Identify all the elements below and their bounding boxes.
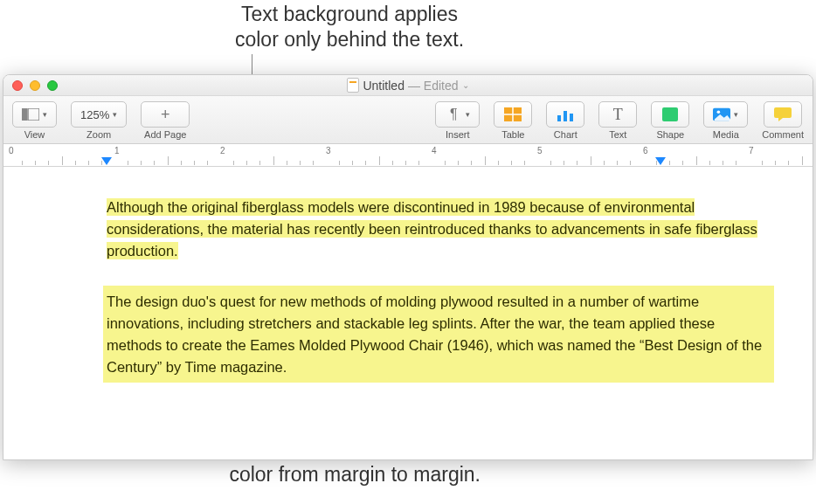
- left-indent-marker[interactable]: [101, 157, 112, 165]
- ruler[interactable]: 01234567: [3, 144, 813, 167]
- ruler-number: 4: [432, 146, 437, 155]
- fullscreen-window-button[interactable]: [47, 80, 58, 91]
- ruler-number: 6: [643, 146, 648, 155]
- toolbar-shape-group: Shape: [651, 101, 689, 140]
- plus-icon: +: [161, 106, 170, 124]
- chart-label: Chart: [554, 129, 577, 140]
- toolbar-chart-group: Chart: [546, 101, 584, 140]
- right-indent-marker[interactable]: [655, 157, 666, 165]
- add-page-label: Add Page: [144, 129, 186, 140]
- titlebar: Untitled — Edited ⌄: [3, 75, 813, 96]
- window-controls: [12, 80, 58, 91]
- toolbar-text-group: T Text: [598, 101, 637, 140]
- callout-top-line1: Text background applies: [175, 2, 524, 27]
- document-body[interactable]: Although the original fiberglass models …: [3, 167, 813, 459]
- shape-icon: [661, 107, 679, 122]
- comment-label: Comment: [762, 129, 804, 140]
- media-icon: [713, 107, 730, 122]
- document-status: — Edited: [408, 79, 459, 93]
- chevron-down-icon: ▾: [734, 110, 738, 119]
- svg-rect-1: [28, 108, 39, 121]
- view-label: View: [24, 129, 45, 140]
- zoom-label: Zoom: [86, 129, 111, 140]
- document-title[interactable]: Untitled — Edited ⌄: [3, 78, 813, 93]
- chart-button[interactable]: [546, 101, 584, 128]
- paragraph1-text: Although the original fiberglass models …: [107, 198, 757, 259]
- toolbar-insert-group: ¶ ▾ Insert: [435, 101, 480, 140]
- ruler-number: 3: [326, 146, 331, 155]
- shape-button[interactable]: [651, 101, 689, 128]
- paragraph-icon: ¶: [445, 107, 462, 122]
- insert-button[interactable]: ¶ ▾: [435, 101, 480, 128]
- shape-label: Shape: [656, 129, 684, 140]
- ruler-number: 1: [114, 146, 120, 155]
- chevron-down-icon: ▾: [113, 110, 117, 119]
- chart-icon: [557, 107, 574, 122]
- app-window: Untitled — Edited ⌄ ▾ View 125% ▾ Zoom: [3, 74, 813, 460]
- text-button[interactable]: T: [598, 101, 637, 128]
- svg-rect-5: [557, 115, 561, 121]
- paragraph-block-highlight[interactable]: The design duo's quest for new methods o…: [103, 286, 774, 383]
- toolbar-media-group: ▾ Media: [703, 101, 748, 140]
- toolbar-view-group: ▾ View: [12, 101, 57, 140]
- chevron-down-icon: ⌄: [462, 80, 469, 90]
- ruler-number: 2: [220, 146, 225, 155]
- toolbar: ▾ View 125% ▾ Zoom + Add Page ¶ ▾ Insert: [3, 96, 813, 144]
- chevron-down-icon: ▾: [466, 110, 470, 119]
- media-button[interactable]: ▾: [703, 101, 748, 128]
- svg-rect-6: [564, 111, 567, 121]
- toolbar-comment-group: Comment: [762, 101, 804, 140]
- ruler-number: 5: [537, 146, 543, 155]
- add-page-button[interactable]: +: [141, 101, 190, 128]
- view-icon: [22, 107, 39, 122]
- toolbar-table-group: Table: [494, 101, 532, 140]
- callout-bottom-line2: color from margin to margin.: [131, 462, 481, 487]
- comment-icon: [774, 107, 792, 122]
- text-label: Text: [609, 129, 626, 140]
- table-icon: [504, 107, 522, 122]
- paragraph2-text: The design duo's quest for new methods o…: [107, 293, 762, 374]
- close-window-button[interactable]: [12, 80, 23, 91]
- ruler-number: 7: [749, 146, 754, 155]
- callout-top-line2: color only behind the text.: [175, 27, 524, 52]
- zoom-value: 125%: [80, 108, 109, 121]
- table-label: Table: [501, 129, 524, 140]
- view-button[interactable]: ▾: [12, 101, 57, 128]
- toolbar-zoom-group: 125% ▾ Zoom: [71, 101, 127, 140]
- svg-point-10: [717, 110, 721, 114]
- svg-rect-8: [662, 107, 678, 121]
- document-icon: [347, 78, 359, 93]
- table-button[interactable]: [494, 101, 532, 128]
- chevron-down-icon: ▾: [43, 110, 47, 119]
- paragraph-text-highlight[interactable]: Although the original fiberglass models …: [107, 197, 774, 261]
- comment-button[interactable]: [764, 101, 802, 128]
- svg-rect-0: [22, 108, 27, 121]
- svg-rect-7: [570, 114, 573, 121]
- minimize-window-button[interactable]: [30, 80, 40, 91]
- svg-rect-11: [774, 107, 792, 118]
- document-name: Untitled: [363, 79, 404, 93]
- ruler-number: 0: [9, 146, 14, 155]
- toolbar-add-page-group: + Add Page: [141, 101, 190, 140]
- media-label: Media: [713, 129, 739, 140]
- callout-top: Text background applies color only behin…: [175, 2, 524, 52]
- text-icon: T: [609, 107, 626, 122]
- insert-label: Insert: [446, 129, 470, 140]
- zoom-button[interactable]: 125% ▾: [71, 101, 127, 128]
